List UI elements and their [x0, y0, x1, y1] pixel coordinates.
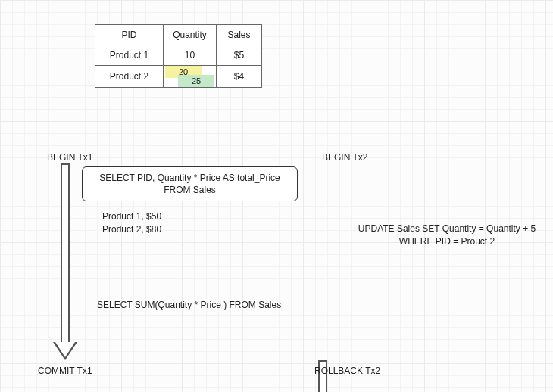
tx1-timeline-arrow — [55, 163, 76, 360]
tx1-result: Product 1, $50 Product 2, $80 — [102, 210, 161, 236]
tx1-select-line2: FROM Sales — [90, 184, 289, 196]
tx1-result-line2: Product 2, $80 — [102, 223, 161, 236]
col-header-pid: PID — [95, 25, 164, 45]
tx2-begin-label: BEGIN Tx2 — [322, 151, 367, 164]
tx1-end-label: COMMIT Tx1 — [38, 365, 92, 378]
tx2-end-label: ROLLBACK Tx2 — [314, 365, 380, 378]
cell-qty: 10 — [164, 45, 217, 66]
tx1-select-box: SELECT PID, Quantity * Price AS total_Pr… — [82, 166, 298, 201]
cell-qty-stacked: 20 25 — [164, 66, 217, 88]
qty-new-value: 25 — [178, 75, 214, 87]
col-header-sales: Sales — [217, 25, 262, 45]
table-row: Product 1 10 $5 — [95, 45, 262, 66]
col-header-qty: Quantity — [164, 25, 217, 45]
table-row: Product 2 20 25 $4 — [95, 66, 262, 88]
table-header-row: PID Quantity Sales — [95, 25, 262, 45]
cell-pid: Product 1 — [95, 45, 164, 66]
tx2-update-line2: WHERE PID = Prouct 2 — [345, 235, 549, 248]
tx2-update-line1: UPDATE Sales SET Quantity = Quantity + 5 — [345, 222, 549, 235]
tx1-select2: SELECT SUM(Quantity * Price ) FROM Sales — [97, 299, 281, 312]
cell-sales: $5 — [217, 45, 262, 66]
tx1-result-line1: Product 1, $50 — [102, 210, 161, 223]
cell-pid: Product 2 — [95, 66, 164, 88]
tx1-select-line1: SELECT PID, Quantity * Price AS total_Pr… — [90, 172, 289, 184]
tx2-update: UPDATE Sales SET Quantity = Quantity + 5… — [345, 222, 549, 248]
tx1-begin-label: BEGIN Tx1 — [47, 151, 92, 164]
cell-sales: $4 — [217, 66, 262, 88]
sales-table: PID Quantity Sales Product 1 10 $5 Produ… — [95, 24, 262, 88]
